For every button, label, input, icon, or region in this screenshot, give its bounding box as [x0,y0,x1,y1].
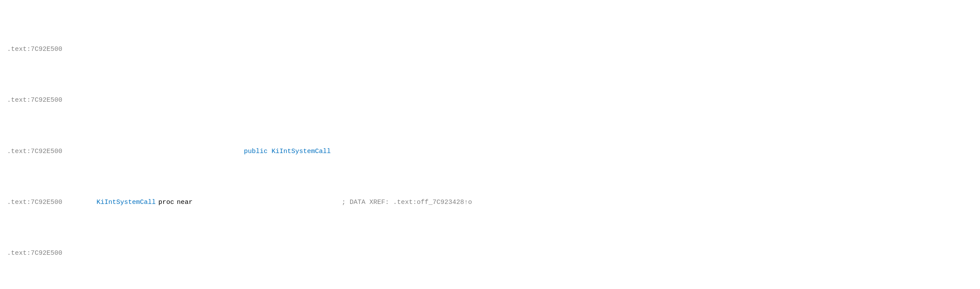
code-line: .text:7C92E500 [0,44,980,54]
code-line: .text:7C92E500 [0,95,980,105]
code-line: .text:7C92E500 public KiIntSystemCall [0,146,980,157]
code-line: .text:7C92E500 [0,248,980,258]
code-line: .text:7C92E500 KiIntSystemCall proc near… [0,197,980,207]
address: .text:7C92E500 [7,95,95,105]
address: .text:7C92E500 [7,146,95,157]
xref-comment: ; DATA XREF: .text:off_7C923428↑o [342,197,472,207]
near-keyword: near [177,197,193,207]
public-keyword: public KiIntSystemCall [244,146,331,157]
proc-label: KiIntSystemCall [97,197,156,207]
proc-keyword: proc [158,197,174,207]
address: .text:7C92E500 [7,248,95,258]
address: .text:7C92E500 [7,44,95,54]
disassembly-view: .text:7C92E500 .text:7C92E500 .text:7C92… [0,0,980,289]
address: .text:7C92E500 [7,197,95,207]
